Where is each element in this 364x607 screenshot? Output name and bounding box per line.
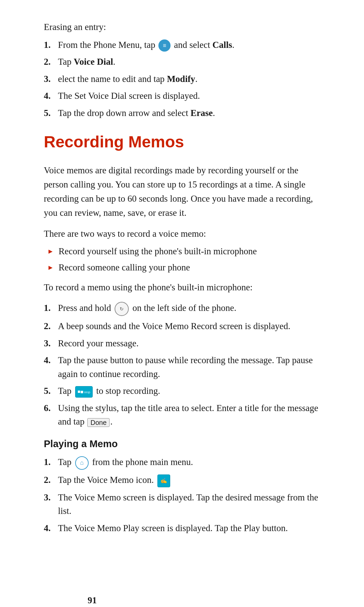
- step-num: 5.: [44, 384, 58, 398]
- recording-steps-list: 1. Press and hold ↻ on the left side of …: [44, 301, 320, 428]
- step-content: Tap the pause button to pause while reco…: [58, 353, 320, 381]
- playing-step-2: 2. Tap the Voice Memo icon. ✍: [44, 473, 320, 487]
- step-num: 3.: [44, 491, 58, 504]
- calls-bold: Calls: [212, 40, 232, 50]
- step-num: 1.: [44, 455, 58, 469]
- step-num: 1.: [44, 38, 58, 52]
- erasing-step-1: 1. From the Phone Menu, tap and select C…: [44, 38, 320, 52]
- playing-steps-list: 1. Tap ⌂ from the phone main menu. 2. Ta…: [44, 455, 320, 535]
- recording-memos-heading: Recording Memos: [44, 130, 320, 154]
- bullet-arrow-icon: ►: [47, 262, 54, 272]
- step-num: 4.: [44, 89, 58, 103]
- step-content: Tap Voice Dial.: [58, 55, 320, 69]
- step-content: Tap ■stop to stop recording.: [58, 384, 320, 398]
- step-content: Tap the Voice Memo icon. ✍: [58, 473, 320, 487]
- recording-step-6: 6. Using the stylus, tap the title area …: [44, 401, 320, 429]
- stop-btn-icon: ■stop: [75, 386, 93, 398]
- step-num: 2.: [44, 55, 58, 69]
- erasing-step-5: 5. Tap the drop down arrow and select Er…: [44, 106, 320, 120]
- step-content: Press and hold ↻ on the left side of the…: [58, 301, 320, 316]
- playing-memo-section: Playing a Memo 1. Tap ⌂ from the phone m…: [44, 437, 320, 535]
- step-num: 3.: [44, 337, 58, 350]
- recording-memos-intro: Voice memos are digital recordings made …: [44, 164, 320, 220]
- step-content: Using the stylus, tap the title area to …: [58, 401, 320, 429]
- step-num: 4.: [44, 353, 58, 367]
- step-num: 1.: [44, 301, 58, 315]
- done-btn-icon: Done: [87, 418, 110, 427]
- step-num: 3.: [44, 72, 58, 86]
- bullet-item-2: ► Record someone calling your phone: [47, 261, 320, 274]
- step-num: 4.: [44, 521, 58, 535]
- erasing-step-2: 2. Tap Voice Dial.: [44, 55, 320, 69]
- step-num: 2.: [44, 319, 58, 333]
- playing-step-4: 4. The Voice Memo Play screen is display…: [44, 521, 320, 535]
- erasing-label: Erasing an entry:: [44, 20, 320, 34]
- step-num: 5.: [44, 106, 58, 120]
- bullet-text: Record yourself using the phone's built-…: [59, 244, 257, 258]
- erasing-step-3: 3. elect the name to edit and tap Modify…: [44, 72, 320, 86]
- recording-step-1: 1. Press and hold ↻ on the left side of …: [44, 301, 320, 316]
- to-record-label: To record a memo using the phone's built…: [44, 281, 320, 295]
- playing-memo-heading: Playing a Memo: [44, 437, 320, 452]
- step-content: elect the name to edit and tap Modify.: [58, 72, 320, 86]
- two-ways-label: There are two ways to record a voice mem…: [44, 227, 320, 241]
- page-number: 91: [88, 594, 97, 607]
- step-content: The Voice Memo Play screen is displayed.…: [58, 521, 320, 535]
- step-num: 2.: [44, 473, 58, 487]
- step-content: A beep sounds and the Voice Memo Record …: [58, 319, 320, 333]
- bullet-ways-list: ► Record yourself using the phone's buil…: [47, 244, 320, 274]
- erasing-steps-list: 1. From the Phone Menu, tap and select C…: [44, 38, 320, 120]
- voice-dial-bold: Voice Dial: [74, 57, 113, 67]
- phone-menu-icon: [158, 39, 171, 52]
- step-content: Record your message.: [58, 337, 320, 350]
- erasing-section: Erasing an entry: 1. From the Phone Menu…: [44, 20, 320, 120]
- recording-step-5: 5. Tap ■stop to stop recording.: [44, 384, 320, 398]
- bullet-arrow-icon: ►: [47, 246, 54, 256]
- erase-bold: Erase: [190, 108, 213, 118]
- step-content: The Set Voice Dial screen is displayed.: [58, 89, 320, 103]
- step-content: From the Phone Menu, tap and select Call…: [58, 38, 320, 52]
- home-icon: ⌂: [75, 456, 89, 470]
- erasing-step-4: 4. The Set Voice Dial screen is displaye…: [44, 89, 320, 103]
- voice-memo-icon: ✍: [157, 474, 170, 487]
- recording-step-4: 4. Tap the pause button to pause while r…: [44, 353, 320, 381]
- recording-step-2: 2. A beep sounds and the Voice Memo Reco…: [44, 319, 320, 333]
- playing-step-1: 1. Tap ⌂ from the phone main menu.: [44, 455, 320, 470]
- step-content: Tap the drop down arrow and select Erase…: [58, 106, 320, 120]
- step-num: 6.: [44, 401, 58, 415]
- step-content: The Voice Memo screen is displayed. Tap …: [58, 491, 320, 518]
- bullet-item-1: ► Record yourself using the phone's buil…: [47, 244, 320, 258]
- modify-bold: Modify: [167, 74, 195, 84]
- playing-step-3: 3. The Voice Memo screen is displayed. T…: [44, 491, 320, 518]
- recording-step-3: 3. Record your message.: [44, 337, 320, 350]
- record-btn-icon: ↻: [115, 302, 129, 316]
- step-content: Tap ⌂ from the phone main menu.: [58, 455, 320, 470]
- bullet-text: Record someone calling your phone: [59, 261, 190, 274]
